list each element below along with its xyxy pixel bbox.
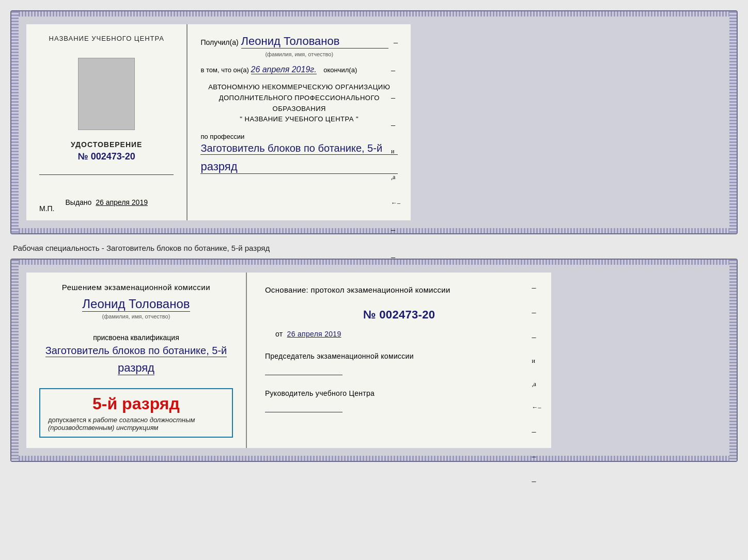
top-binding-strip: [19, 11, 729, 17]
body-intro: в том, что он(а) 26 апреля 2019г. окончи…: [200, 65, 398, 74]
document-1: НАЗВАНИЕ УЧЕБНОГО ЦЕНТРА УДОСТОВЕРЕНИЕ №…: [10, 10, 738, 234]
doc2-left-panel: Решением экзаменационной комиссии Леонид…: [26, 273, 247, 448]
document-2: Решением экзаменационной комиссии Леонид…: [10, 259, 738, 462]
commission-text: Решением экзаменационной комиссии: [62, 283, 210, 292]
cert-number-value: № 002473-20: [78, 151, 135, 162]
right-binding-strip-2: [729, 260, 737, 461]
fio-subtitle: (фамилия, имя, отчество): [200, 51, 398, 57]
issued-label: Выдано 26 апреля 2019: [65, 198, 148, 206]
profession-value: Заготовитель блоков по ботанике, 5-й: [200, 142, 398, 155]
left-binding-strip: [11, 11, 19, 233]
org-line2: ДОПОЛНИТЕЛЬНОГО ПРОФЕССИОНАЛЬНОГО ОБРАЗО…: [200, 93, 398, 115]
basis-label: Основание: протокол экзаменационной коми…: [265, 283, 534, 297]
training-center-title: НАЗВАНИЕ УЧЕБНОГО ЦЕНТРА: [49, 35, 164, 42]
person-name: Леонид Толованов: [82, 297, 190, 312]
finished-label: окончил(а): [323, 66, 357, 74]
right-edge-dashes-2: – – – и ,а ←– – – –: [532, 283, 541, 486]
director-block: Руководитель учебного Центра: [265, 388, 534, 412]
org-line1: АВТОНОМНУЮ НЕКОММЕРЧЕСКУЮ ОРГАНИЗАЦИЮ: [200, 82, 398, 93]
cert-number: № 002473-20: [78, 151, 135, 162]
org-line3: " НАЗВАНИЕ УЧЕБНОГО ЦЕНТРА ": [200, 114, 398, 125]
from-date-value: 26 апреля 2019: [287, 330, 341, 338]
protocol-number: № 002473-20: [265, 305, 534, 325]
completion-date: 26 апреля 2019г.: [251, 65, 317, 74]
recipient-name: Леонид Толованов: [241, 35, 388, 49]
fio-subtitle-2: (фамилия, имя, отчество): [102, 313, 170, 319]
basis-section: Основание: протокол экзаменационной коми…: [265, 283, 534, 412]
doc2-inner: Решением экзаменационной комиссии Леонид…: [26, 273, 551, 448]
chairman-signature-line: [265, 375, 342, 375]
stamp-admit: допускается к работе согласно должностны…: [48, 416, 224, 431]
stamp-rank: 5-й разряд: [48, 394, 224, 413]
profession-label: по профессии: [200, 133, 398, 140]
qualification-value: Заготовитель блоков по ботанике, 5-й: [45, 345, 227, 357]
left-binding-strip-2: [11, 260, 19, 461]
chairman-label: Председатель экзаменационной комиссии: [265, 351, 534, 362]
doc1-left-panel: НАЗВАНИЕ УЧЕБНОГО ЦЕНТРА УДОСТОВЕРЕНИЕ №…: [26, 24, 188, 220]
doc1-inner: НАЗВАНИЕ УЧЕБНОГО ЦЕНТРА УДОСТОВЕРЕНИЕ №…: [26, 24, 411, 220]
stamp-box: 5-й разряд допускается к работе согласно…: [39, 388, 233, 438]
recipient-label: Получил(а): [200, 38, 238, 46]
mp-label: М.П.: [39, 204, 55, 213]
right-binding-strip: [729, 11, 737, 233]
qualification-label: присвоена квалификация: [93, 333, 179, 342]
specialty-caption: Рабочая специальность - Заготовитель бло…: [13, 244, 738, 252]
bottom-binding-strip-2: [19, 456, 729, 461]
recipient-line: Получил(а) Леонид Толованов –: [200, 35, 398, 49]
issued-date: 26 апреля 2019: [96, 198, 148, 206]
director-label: Руководитель учебного Центра: [265, 388, 534, 399]
razryad-value: разряд: [200, 160, 398, 174]
bottom-binding-strip: [19, 228, 729, 233]
signature-line: [39, 174, 174, 175]
razryad-value-2: разряд: [118, 361, 154, 375]
top-binding-strip-2: [19, 260, 729, 265]
chairman-block: Председатель экзаменационной комиссии: [265, 351, 534, 375]
from-date-block: от 26 апреля 2019: [265, 328, 534, 341]
org-block: АВТОНОМНУЮ НЕКОММЕРЧЕСКУЮ ОРГАНИЗАЦИЮ ДО…: [200, 82, 398, 125]
doc2-right-panel: Основание: протокол экзаменационной коми…: [247, 273, 552, 448]
cert-title: УДОСТОВЕРЕНИЕ: [71, 140, 142, 149]
director-signature-line: [265, 412, 342, 412]
photo-placeholder: [78, 58, 135, 130]
doc1-right-panel: Получил(а) Леонид Толованов – (фамилия, …: [188, 24, 411, 220]
right-edge-dashes: – – – и ,а ←– – – –: [391, 66, 400, 289]
